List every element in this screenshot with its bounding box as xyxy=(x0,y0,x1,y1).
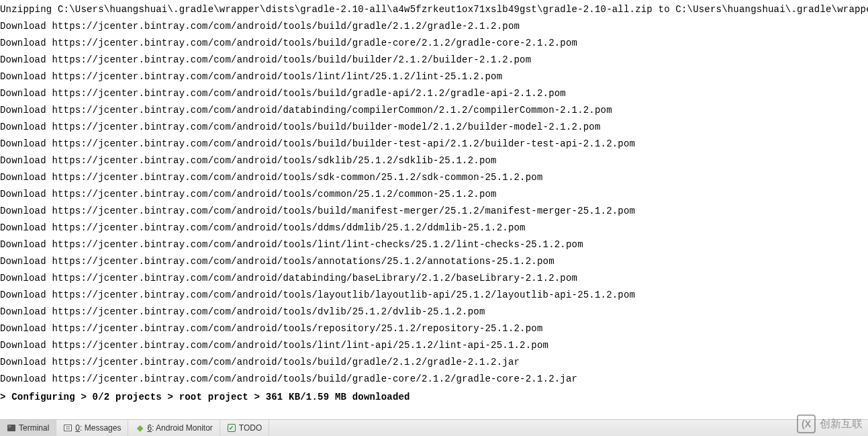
tab-label: Terminal xyxy=(19,423,49,433)
console-line: Unzipping C:\Users\huangshuai\.gradle\wr… xyxy=(0,1,868,18)
tab-label: 6: Android Monitor xyxy=(147,423,212,433)
terminal-icon xyxy=(7,423,16,433)
console-line: Download https://jcenter.bintray.com/com… xyxy=(0,102,868,119)
tab-android-monitor[interactable]: ◆ 6: Android Monitor xyxy=(128,420,220,436)
console-line: Download https://jcenter.bintray.com/com… xyxy=(0,119,868,136)
console-line: Download https://jcenter.bintray.com/com… xyxy=(0,152,868,169)
tab-terminal[interactable]: Terminal xyxy=(0,420,56,436)
console-line: Download https://jcenter.bintray.com/com… xyxy=(0,203,868,220)
console-line: Download https://jcenter.bintray.com/com… xyxy=(0,186,868,203)
console-line: Download https://jcenter.bintray.com/com… xyxy=(0,136,868,152)
tool-window-bar: Terminal 0: Messages ◆ 6: Android Monito… xyxy=(0,419,868,436)
console-line: Download https://jcenter.bintray.com/com… xyxy=(0,52,868,69)
build-status-line: > Configuring > 0/2 projects > root proj… xyxy=(0,388,868,406)
tab-messages[interactable]: 0: Messages xyxy=(56,420,128,436)
build-console[interactable]: Unzipping C:\Users\huangshuai\.gradle\wr… xyxy=(0,0,868,406)
console-line: Download https://jcenter.bintray.com/com… xyxy=(0,304,868,320)
console-line: Download https://jcenter.bintray.com/com… xyxy=(0,18,868,35)
console-line: Download https://jcenter.bintray.com/com… xyxy=(0,287,868,304)
tab-label: 0: Messages xyxy=(75,423,121,433)
console-line: Download https://jcenter.bintray.com/com… xyxy=(0,337,868,354)
android-icon: ◆ xyxy=(135,423,144,433)
todo-icon: ✓ xyxy=(227,423,236,433)
console-line: Download https://jcenter.bintray.com/com… xyxy=(0,35,868,52)
console-line: Download https://jcenter.bintray.com/com… xyxy=(0,270,868,287)
console-line: Download https://jcenter.bintray.com/com… xyxy=(0,85,868,102)
console-line: Download https://jcenter.bintray.com/com… xyxy=(0,169,868,186)
console-line: Download https://jcenter.bintray.com/com… xyxy=(0,236,868,253)
console-line: Download https://jcenter.bintray.com/com… xyxy=(0,69,868,85)
console-line: Download https://jcenter.bintray.com/com… xyxy=(0,320,868,337)
tab-todo[interactable]: ✓ TODO xyxy=(220,420,269,436)
console-line: Download https://jcenter.bintray.com/com… xyxy=(0,220,868,236)
console-line: Download https://jcenter.bintray.com/com… xyxy=(0,253,868,270)
tab-label: TODO xyxy=(239,423,262,433)
messages-icon xyxy=(63,423,73,433)
console-line: Download https://jcenter.bintray.com/com… xyxy=(0,371,868,388)
console-line: Download https://jcenter.bintray.com/com… xyxy=(0,354,868,371)
